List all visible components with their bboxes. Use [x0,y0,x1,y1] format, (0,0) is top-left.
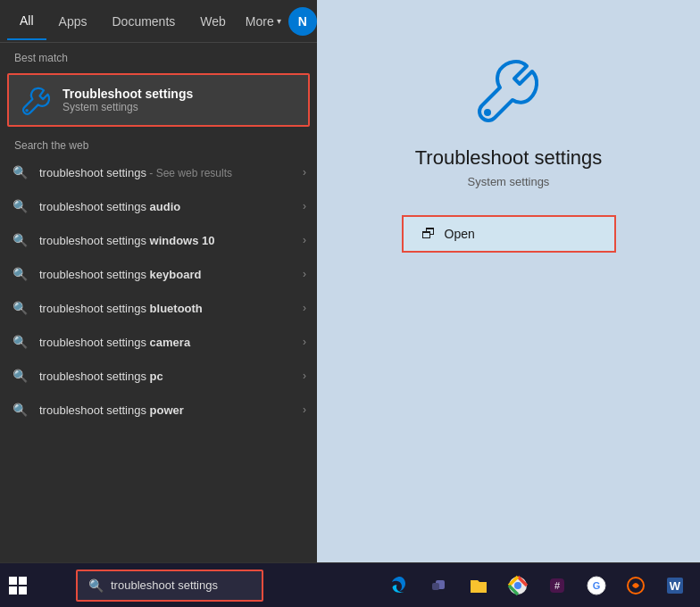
tab-more[interactable]: More ▾ [238,4,288,39]
search-icon: 🔍 [11,299,29,317]
chevron-right-icon: › [303,166,306,179]
open-button-wrapper: 🗗 Open [402,215,616,253]
search-icon: 🔍 [11,265,29,283]
tab-all[interactable]: All [7,3,46,40]
best-match-subtitle: System settings [62,101,193,113]
svg-text:G: G [593,580,601,591]
tab-documents[interactable]: Documents [99,4,188,39]
search-row-text: troubleshoot settings - See web results [39,166,299,179]
search-row-text: troubleshoot settings pc [39,370,299,383]
tab-web[interactable]: Web [188,4,238,39]
chevron-down-icon: ▾ [277,16,281,26]
taskbar-search-text: troubleshoot settings [111,578,218,592]
svg-text:#: # [554,580,561,591]
taskbar-vpn[interactable] [618,568,654,603]
user-avatar[interactable]: N [288,7,317,36]
wrench-icon [20,84,52,116]
svg-text:W: W [670,579,681,593]
search-icon: 🔍 [11,197,29,215]
taskbar-teams[interactable] [421,568,457,603]
list-item[interactable]: 🔍 troubleshoot settings windows 10 › [0,223,317,257]
taskbar: 🔍 troubleshoot settings # G [0,562,700,607]
search-icon: 🔍 [11,163,29,181]
taskbar-edge[interactable] [382,568,418,603]
search-icon: 🔍 [11,401,29,419]
detail-title: Troubleshoot settings [415,146,603,170]
taskbar-slack[interactable]: # [539,568,575,603]
search-row-text: troubleshoot settings windows 10 [39,234,299,247]
search-row-text: troubleshoot settings power [39,403,299,417]
chevron-right-icon: › [303,234,306,246]
list-item[interactable]: 🔍 troubleshoot settings bluetooth › [0,291,317,325]
taskbar-google[interactable]: G [579,568,614,603]
chevron-right-icon: › [303,200,306,212]
open-button[interactable]: 🗗 Open [404,217,614,251]
list-item[interactable]: 🔍 troubleshoot settings - See web result… [0,155,317,189]
chevron-right-icon: › [303,268,306,280]
right-panel: Troubleshoot settings System settings 🗗 … [317,0,700,562]
svg-rect-3 [432,583,439,590]
best-match-label: Best match [0,43,317,70]
svg-point-1 [484,109,491,116]
chevron-right-icon: › [303,370,306,382]
taskbar-apps: # G W [382,568,700,603]
svg-point-5 [514,582,521,589]
list-item[interactable]: 🔍 troubleshoot settings pc › [0,359,317,393]
best-match-text: Troubleshoot settings System settings [62,87,193,113]
tab-apps[interactable]: Apps [46,4,100,39]
taskbar-search-box[interactable]: 🔍 troubleshoot settings [76,570,263,602]
windows-start-button[interactable] [0,564,36,607]
list-item[interactable]: 🔍 troubleshoot settings audio › [0,189,317,223]
search-row-text: troubleshoot settings keyboard [39,268,299,281]
windows-logo-icon [9,577,27,595]
taskbar-file-explorer[interactable] [461,568,496,603]
chevron-right-icon: › [303,403,306,416]
search-row-text: troubleshoot settings bluetooth [39,302,299,315]
chevron-right-icon: › [303,336,306,348]
search-icon: 🔍 [11,367,29,385]
search-row-text: troubleshoot settings camera [39,336,299,349]
search-icon: 🔍 [11,231,29,249]
detail-subtitle: System settings [468,175,550,188]
list-item[interactable]: 🔍 troubleshoot settings keyboard › [0,257,317,291]
taskbar-chrome[interactable] [500,568,536,603]
best-match-title: Troubleshoot settings [62,87,193,101]
best-match-item[interactable]: Troubleshoot settings System settings [7,73,310,127]
list-item[interactable]: 🔍 troubleshoot settings power › [0,393,317,427]
tab-bar: All Apps Documents Web More ▾ N 👤 ··· ✕ [0,0,317,43]
search-web-label: Search the web [0,130,317,155]
open-button-label: Open [445,227,475,241]
search-icon: 🔍 [11,333,29,351]
chevron-right-icon: › [303,302,306,314]
results-area: Best match Troubleshoot settings System … [0,43,317,562]
taskbar-search-icon: 🔍 [88,578,104,593]
list-item[interactable]: 🔍 troubleshoot settings camera › [0,325,317,359]
open-window-icon: 🗗 [421,226,436,242]
svg-point-0 [25,109,29,112]
taskbar-word[interactable]: W [657,568,693,603]
search-row-text: troubleshoot settings audio [39,200,299,213]
app-icon-large [473,54,545,129]
left-panel: All Apps Documents Web More ▾ N 👤 ··· ✕ … [0,0,317,562]
